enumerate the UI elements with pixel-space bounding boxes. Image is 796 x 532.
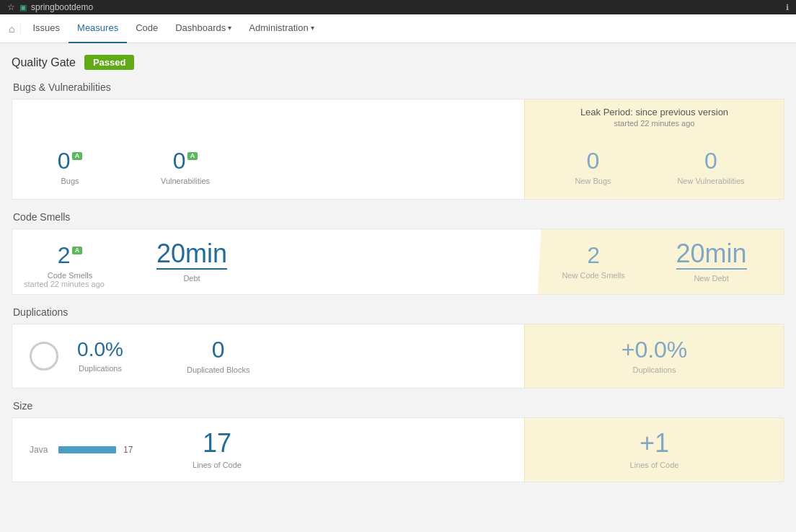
top-bar-title: ☆ ▣ springbootdemo [7,2,93,12]
dup-blocks-value: 0 [187,338,249,361]
vulnerabilities-value-container: 0 A [156,149,214,172]
new-vulnerabilities-value: 0 [677,149,744,172]
size-lang-bars: Java 17 [30,445,145,455]
new-dup-label: Duplications [622,365,688,374]
code-smells-value: 2 [58,244,71,267]
bugs-value-container: 0 A [41,149,99,172]
nav-dashboards[interactable]: Dashboards ▾ [167,14,240,43]
debt-metric[interactable]: 20min Debt [156,241,227,283]
dup-pct-value: 0.0% [71,340,129,360]
nav-administration[interactable]: Administration ▾ [240,14,322,43]
code-smells-section-title: Code Smells [12,211,784,223]
new-debt-value: 20min [676,241,747,270]
dup-blocks-metric[interactable]: 0 Duplicated Blocks [187,338,249,374]
java-bar [58,446,116,453]
vulnerabilities-badge: A [187,152,198,160]
code-smells-value-container: 2 A [41,244,99,267]
new-code-smells-metric[interactable]: 2 New Code Smells [562,244,624,280]
new-bugs-label: New Bugs [564,177,622,185]
size-main-content: Java 17 17 Lines of Code [12,418,524,482]
top-bar: ☆ ▣ springbootdemo ℹ [0,0,796,14]
administration-dropdown-arrow: ▾ [311,24,314,32]
java-label: Java [30,445,51,455]
nav-measures[interactable]: Measures [68,14,127,43]
debt-value: 20min [156,241,227,270]
bugs-leak-content: 0 New Bugs 0 New Vulnerabilities [524,135,784,199]
dup-pct-metric[interactable]: 0.0% Duplications [71,340,129,373]
code-smells-started: started 22 minutes ago [24,280,105,288]
code-smells-metric[interactable]: 2 A Code Smells [41,244,99,280]
loc-label: Lines of Code [188,461,246,469]
code-smells-section: Code Smells 2 A Code Smells 20min Debt s… [12,211,784,295]
loc-metric[interactable]: 17 Lines of Code [188,430,246,469]
bugs-metric[interactable]: 0 A Bugs [41,149,99,185]
size-section: Size Java 17 17 Lines of Code [12,400,784,482]
dup-blocks-label: Duplicated Blocks [187,365,249,374]
dup-pct-label: Duplications [71,364,129,373]
new-code-smells-label: New Code Smells [562,271,624,280]
new-vulnerabilities-metric[interactable]: 0 New Vulnerabilities [677,149,744,185]
new-code-smells-value: 2 [562,244,624,267]
size-leak-content: +1 Lines of Code [524,418,784,482]
new-debt-metric[interactable]: 20min New Debt [676,241,747,283]
new-loc-label: Lines of Code [626,461,684,469]
dashboards-dropdown-arrow: ▾ [228,24,231,32]
vulnerabilities-value: 0 [173,149,186,172]
new-debt-label: New Debt [676,274,747,283]
bugs-label: Bugs [41,177,99,185]
code-smells-main-content: 2 A Code Smells 20min Debt started 22 mi… [12,229,524,294]
new-dup-metric[interactable]: +0.0% Duplications [622,338,688,374]
new-bugs-value: 0 [564,149,622,172]
leak-period-header: Leak Period: since previous version star… [524,99,784,135]
new-bugs-metric[interactable]: 0 New Bugs [564,149,622,185]
star-icon[interactable]: ☆ [7,2,15,12]
new-vulnerabilities-label: New Vulnerabilities [677,177,744,185]
duplications-main-content: 0.0% Duplications 0 Duplicated Blocks [12,324,524,388]
quality-gate-label: Quality Gate [12,56,76,69]
java-count: 17 [123,445,133,455]
vulnerabilities-label: Vulnerabilities [156,177,214,185]
bugs-section-title: Bugs & Vulnerabilities [12,81,784,93]
quality-gate-row: Quality Gate Passed [12,55,784,70]
leak-period-title: Leak Period: since previous version [536,107,772,118]
code-smells-leak-content: 2 New Code Smells 20min New Debt [524,229,784,294]
duplications-section-title: Duplications [12,306,784,318]
bugs-main-content: 0 A Bugs 0 A Vulnerabilities [12,135,524,199]
nav-bar: ⌂ Issues Measures Code Dashboards ▾ Admi… [0,14,796,43]
bugs-section: Bugs & Vulnerabilities Leak Period: sinc… [12,81,784,200]
new-dup-value: +0.0% [622,338,688,361]
project-title: springbootdemo [31,2,93,12]
main-content: Quality Gate Passed Bugs & Vulnerabiliti… [0,43,796,505]
leak-period-subtitle: started 22 minutes ago [536,119,772,128]
code-smells-label: Code Smells [41,271,99,280]
quality-gate-status: Passed [84,55,135,70]
vulnerabilities-metric[interactable]: 0 A Vulnerabilities [156,149,214,185]
dup-circle-icon [30,342,58,371]
top-bar-right: ℹ [786,3,789,12]
bugs-badge: A [72,152,83,160]
bugs-value: 0 [58,149,71,172]
loc-value: 17 [188,430,246,456]
dup-pct-group: 0.0% Duplications [30,340,129,373]
size-section-title: Size [12,400,784,412]
nav-code[interactable]: Code [127,14,167,43]
new-loc-value: +1 [626,430,684,456]
java-size-row: Java 17 [30,445,145,455]
debt-label: Debt [156,274,227,283]
duplications-section: Duplications 0.0% Duplications 0 Duplica… [12,306,784,389]
home-icon[interactable]: ⌂ [9,23,21,35]
nav-issues[interactable]: Issues [24,14,68,43]
duplications-leak-content: +0.0% Duplications [524,324,784,388]
code-smells-badge: A [72,247,83,254]
new-loc-metric[interactable]: +1 Lines of Code [626,430,684,469]
repo-icon: ▣ [19,3,27,12]
